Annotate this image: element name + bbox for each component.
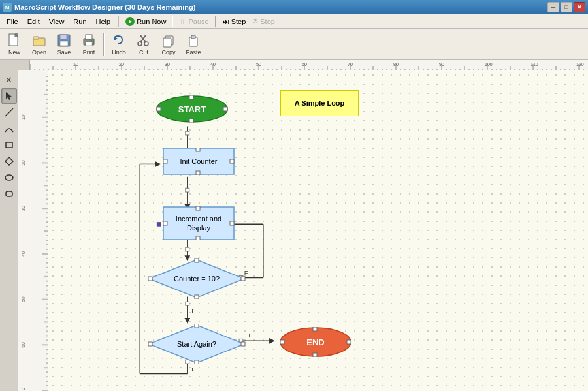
workspace-area: ✕ — [0, 70, 588, 391]
svg-marker-24 — [5, 157, 13, 165]
rounded-rect-tool[interactable] — [1, 186, 17, 202]
step-label: Step — [231, 18, 246, 25]
line-tool[interactable] — [1, 104, 17, 120]
svg-rect-32 — [186, 247, 189, 251]
start-again-shape[interactable]: Start Again? — [148, 324, 246, 364]
svg-text:T: T — [191, 366, 195, 373]
toolbar: New Open Save — [0, 29, 588, 60]
close-tool[interactable]: ✕ — [1, 72, 17, 87]
svg-point-15 — [144, 42, 148, 46]
stop-icon: ⊘ — [252, 17, 258, 25]
step-button[interactable]: ⏭ Step — [220, 16, 249, 27]
run-now-label: Run Now — [137, 18, 166, 25]
copy-button[interactable]: Copy — [157, 31, 180, 57]
counter-label: Counter = 10? — [148, 258, 246, 299]
cut-label: Cut — [139, 49, 148, 55]
open-button[interactable]: Open — [27, 31, 51, 57]
menu-view[interactable]: View — [45, 16, 69, 27]
start-label: START — [156, 95, 228, 123]
title-bar: M MacroScript Workflow Designer (30 Days… — [0, 0, 588, 14]
app-icon: M — [3, 3, 12, 12]
new-label: New — [8, 49, 20, 55]
init-counter-label: Init Counter — [163, 148, 235, 175]
cut-button[interactable]: Cut — [132, 31, 155, 57]
svg-marker-21 — [6, 92, 12, 100]
svg-rect-8 — [86, 35, 92, 39]
copy-label: Copy — [161, 49, 175, 55]
minimize-button[interactable]: ─ — [547, 2, 559, 12]
menu-run[interactable]: Run — [69, 16, 90, 27]
title-text: MacroScript Workflow Designer (30 Days R… — [14, 3, 195, 11]
save-icon — [57, 33, 71, 48]
end-label: END — [280, 327, 351, 357]
vertical-ruler — [18, 70, 48, 391]
sep-2 — [215, 16, 216, 27]
toolbar-sep-1 — [103, 33, 105, 56]
counter-shape[interactable]: Counter = 10? — [148, 258, 246, 299]
svg-point-14 — [138, 42, 142, 46]
menu-help[interactable]: Help — [92, 16, 115, 27]
note-label: A Simple Loop — [295, 99, 345, 107]
pointer-tool[interactable] — [1, 88, 17, 104]
step-icon: ⏭ — [222, 18, 229, 25]
menu-file[interactable]: File — [3, 16, 22, 27]
new-button[interactable]: New — [3, 31, 26, 57]
start-shape[interactable]: START — [156, 95, 228, 123]
svg-rect-19 — [191, 35, 195, 39]
canvas-area[interactable]: F T T T — [48, 70, 588, 391]
svg-rect-26 — [6, 191, 12, 196]
horizontal-ruler: // draw ruler ticks via SVG — [30, 60, 588, 70]
copy-icon — [161, 33, 176, 48]
start-again-label: Start Again? — [148, 324, 246, 364]
oval-tool[interactable] — [1, 170, 17, 185]
svg-text:T: T — [248, 332, 252, 339]
undo-button[interactable]: Undo — [107, 31, 131, 57]
increment-shape[interactable]: Increment andDisplay — [163, 206, 235, 240]
svg-rect-23 — [6, 142, 12, 148]
open-label: Open — [32, 49, 46, 55]
save-label: Save — [57, 49, 71, 55]
pause-icon: ⏸ — [179, 18, 186, 25]
undo-label: Undo — [112, 49, 126, 55]
svg-rect-6 — [60, 41, 68, 46]
ruler-corner — [0, 60, 30, 70]
save-button[interactable]: Save — [52, 31, 76, 57]
stop-label: Stop — [260, 18, 275, 25]
print-button[interactable]: Print — [77, 31, 101, 57]
new-icon — [7, 33, 22, 48]
diamond-tool[interactable] — [1, 153, 17, 169]
undo-icon — [112, 33, 126, 48]
init-counter-shape[interactable]: Init Counter — [163, 148, 235, 175]
svg-rect-40 — [186, 302, 189, 305]
maximize-button[interactable]: □ — [561, 2, 572, 12]
note-shape[interactable]: A Simple Loop — [280, 90, 359, 116]
increment-label: Increment andDisplay — [163, 206, 235, 240]
tools-panel: ✕ — [0, 70, 18, 391]
end-shape[interactable]: END — [280, 327, 351, 357]
svg-rect-17 — [163, 38, 171, 47]
paste-label: Paste — [186, 49, 201, 55]
run-now-button[interactable]: Run Now — [123, 16, 169, 27]
svg-rect-5 — [60, 35, 67, 39]
close-button[interactable]: ✕ — [574, 2, 585, 12]
pause-button[interactable]: ⏸ Pause — [176, 16, 211, 27]
print-icon — [82, 33, 96, 48]
sep-1 — [172, 16, 173, 27]
ruler-area: // draw ruler ticks via SVG — [0, 60, 588, 70]
menu-edit[interactable]: Edit — [24, 16, 44, 27]
paste-button[interactable]: Paste — [182, 31, 205, 57]
curve-tool[interactable] — [1, 121, 17, 136]
run-icon — [125, 17, 135, 26]
print-label: Print — [83, 49, 95, 55]
menu-bar: File Edit View Run Help Run Now ⏸ Pause … — [0, 14, 588, 29]
svg-point-25 — [5, 175, 13, 180]
cut-icon — [137, 33, 151, 48]
pause-label: Pause — [188, 18, 208, 25]
svg-line-22 — [5, 108, 13, 116]
menu-separator-1 — [118, 16, 119, 27]
svg-rect-3 — [33, 37, 39, 39]
stop-button[interactable]: ⊘ Stop — [250, 16, 278, 27]
rect-tool[interactable] — [1, 137, 17, 153]
svg-text:T: T — [191, 307, 195, 314]
open-icon — [32, 33, 46, 48]
